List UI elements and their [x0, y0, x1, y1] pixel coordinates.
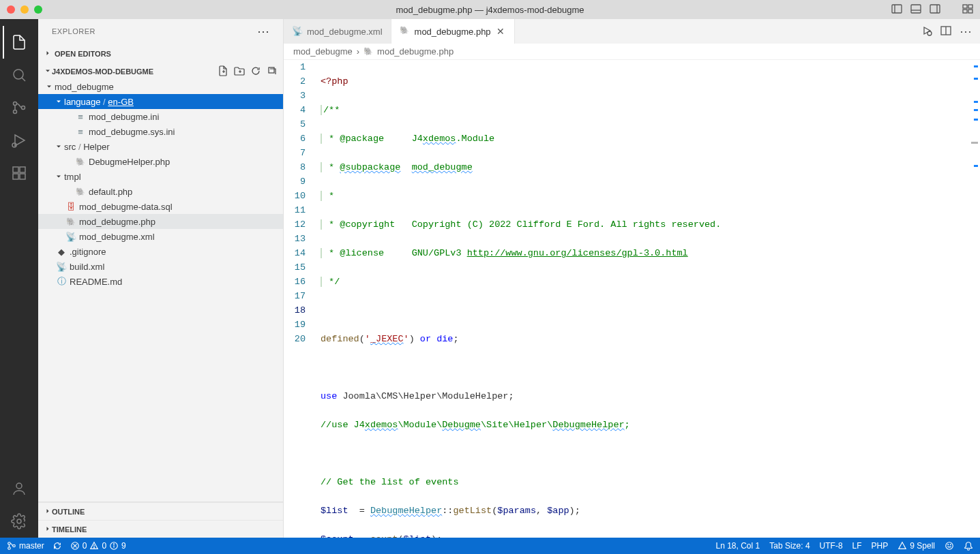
layout-panel-icon[interactable]	[910, 3, 921, 16]
activity-account[interactable]	[3, 472, 35, 505]
collapse-all-icon[interactable]	[267, 65, 278, 78]
chevron-down-icon	[53, 142, 64, 151]
svg-point-35	[94, 547, 95, 548]
svg-point-29	[8, 547, 11, 550]
tree-item-label: tmpl	[64, 172, 81, 182]
titlebar: mod_debugme.php — j4xdemos-mod-debugme	[0, 0, 980, 19]
php-icon: 🐘	[400, 26, 411, 37]
activity-bar	[0, 19, 38, 538]
info-icon: ⓘ	[55, 275, 68, 288]
chevron-right-icon: ›	[357, 46, 359, 57]
minimize-window-button[interactable]	[20, 5, 29, 14]
status-spell[interactable]: 9 Spell	[897, 541, 935, 551]
timeline-section[interactable]: TIMELINE	[38, 520, 283, 538]
svg-point-28	[8, 542, 11, 545]
xml-icon: 📡	[292, 26, 303, 37]
tree-file-default-php[interactable]: 🐘 default.php	[38, 184, 283, 199]
status-branch[interactable]: master	[7, 541, 44, 551]
maximize-window-button[interactable]	[34, 5, 42, 14]
layout-primary-icon[interactable]	[891, 3, 902, 16]
tree-file-debugme-helper[interactable]: 🐘 DebugmeHelper.php	[38, 154, 283, 169]
tree-item-label: DebugmeHelper.php	[89, 157, 170, 167]
tree-file-gitignore[interactable]: ◆ .gitignore	[38, 244, 283, 259]
editor-more-icon[interactable]: ⋯	[960, 24, 972, 39]
activity-extensions[interactable]	[3, 157, 35, 189]
open-editors-section[interactable]: OPEN EDITORS	[38, 46, 283, 61]
tree-folder-tmpl[interactable]: tmpl	[38, 169, 283, 184]
sidebar-more-icon[interactable]: ⋯	[257, 24, 270, 39]
status-bar: master 0 0 9 Ln 18, Col 1 Tab Size: 4 UT…	[0, 538, 980, 554]
editor-area: 📡 mod_debugme.xml 🐘 mod_debugme.php ✕ ⋯ …	[284, 19, 980, 538]
tree-file-mod-debugme-xml[interactable]: 📡 mod_debugme.xml	[38, 229, 283, 244]
breadcrumb-folder[interactable]: mod_debugme	[293, 46, 353, 57]
file-icon: ≡	[74, 112, 87, 122]
tree-item-label: mod_debugme.php	[79, 217, 155, 227]
new-file-icon[interactable]	[218, 65, 228, 78]
svg-point-38	[114, 544, 115, 544]
tree-item-label: mod_debugme	[55, 82, 114, 92]
status-sync[interactable]	[53, 541, 62, 551]
tree-file-sys-ini[interactable]: ≡ mod_debugme.sys.ini	[38, 124, 283, 139]
activity-debug[interactable]	[3, 124, 35, 157]
status-encoding[interactable]: UTF-8	[820, 541, 843, 551]
layout-secondary-icon[interactable]	[930, 3, 940, 16]
status-problems[interactable]: 0 0 9	[70, 541, 126, 551]
customize-layout-icon[interactable]	[962, 3, 973, 16]
minimap[interactable]	[970, 60, 980, 538]
new-folder-icon[interactable]	[234, 65, 245, 78]
svg-point-41	[950, 544, 951, 545]
status-cursor[interactable]: Ln 18, Col 1	[716, 541, 760, 551]
window-title: mod_debugme.php — j4xdemos-mod-debugme	[396, 5, 584, 15]
tab-php[interactable]: 🐘 mod_debugme.php ✕	[391, 19, 515, 44]
split-editor-icon[interactable]	[940, 25, 951, 38]
status-notifications[interactable]	[964, 541, 973, 551]
sidebar-header: EXPLORER ⋯	[38, 19, 283, 44]
tree-item-label: mod_debugme.ini	[89, 112, 159, 122]
svg-point-22	[17, 519, 21, 523]
tree-file-readme[interactable]: ⓘ README.md	[38, 274, 283, 289]
project-section[interactable]: J4XDEMOS-MOD-DEBUGME	[38, 64, 283, 79]
tree-folder-mod-debugme[interactable]: mod_debugme	[38, 79, 283, 94]
status-language[interactable]: PHP	[872, 541, 889, 551]
svg-rect-8	[963, 10, 967, 13]
outline-section[interactable]: OUTLINE	[38, 502, 283, 520]
sync-icon	[53, 541, 62, 551]
close-window-button[interactable]	[7, 5, 15, 14]
activity-settings[interactable]	[3, 505, 35, 538]
tree-file-ini[interactable]: ≡ mod_debugme.ini	[38, 109, 283, 124]
svg-rect-19	[13, 174, 18, 179]
tree-folder-language-engb[interactable]: language / en-GB	[38, 94, 283, 109]
tab-xml[interactable]: 📡 mod_debugme.xml	[284, 19, 391, 44]
tree-folder-src-helper[interactable]: src / Helper	[38, 139, 283, 154]
close-tab-icon[interactable]: ✕	[495, 26, 506, 37]
tree-file-mod-debugme-php[interactable]: 🐘 mod_debugme.php	[38, 214, 283, 229]
svg-rect-7	[968, 5, 972, 8]
tree-file-build-xml[interactable]: 📡 build.xml	[38, 259, 283, 274]
activity-source-control[interactable]	[3, 91, 35, 124]
tree-file-sql[interactable]: 🗄 mod_debugme-data.sql	[38, 199, 283, 214]
status-eol[interactable]: LF	[852, 541, 862, 551]
status-tabsize[interactable]: Tab Size: 4	[769, 541, 810, 551]
activity-explorer[interactable]	[3, 26, 35, 59]
code-content[interactable]: <?php /** * @package J4xdemos.Module * @…	[318, 60, 970, 538]
breadcrumb-file[interactable]: mod_debugme.php	[377, 46, 454, 57]
warning-icon	[89, 541, 99, 551]
code-editor[interactable]: 1234567891011121314151617181920 <?php /*…	[284, 60, 980, 538]
window-controls	[7, 5, 42, 14]
file-icon: ≡	[74, 127, 87, 137]
breadcrumbs[interactable]: mod_debugme › 🐘 mod_debugme.php	[284, 44, 980, 60]
chevron-down-icon	[44, 82, 55, 91]
activity-search[interactable]	[3, 59, 35, 91]
svg-line-11	[22, 78, 25, 81]
chevron-right-icon	[44, 525, 52, 534]
svg-point-25	[927, 31, 932, 35]
xml-icon: 📡	[55, 262, 68, 272]
run-icon[interactable]	[921, 25, 932, 38]
feedback-icon	[945, 541, 954, 551]
php-icon: 🐘	[74, 187, 87, 196]
svg-point-39	[946, 542, 953, 550]
project-name: J4XDEMOS-MOD-DEBUGME	[52, 67, 153, 76]
refresh-icon[interactable]	[250, 65, 261, 78]
svg-rect-18	[20, 167, 25, 172]
status-feedback[interactable]	[945, 541, 954, 551]
